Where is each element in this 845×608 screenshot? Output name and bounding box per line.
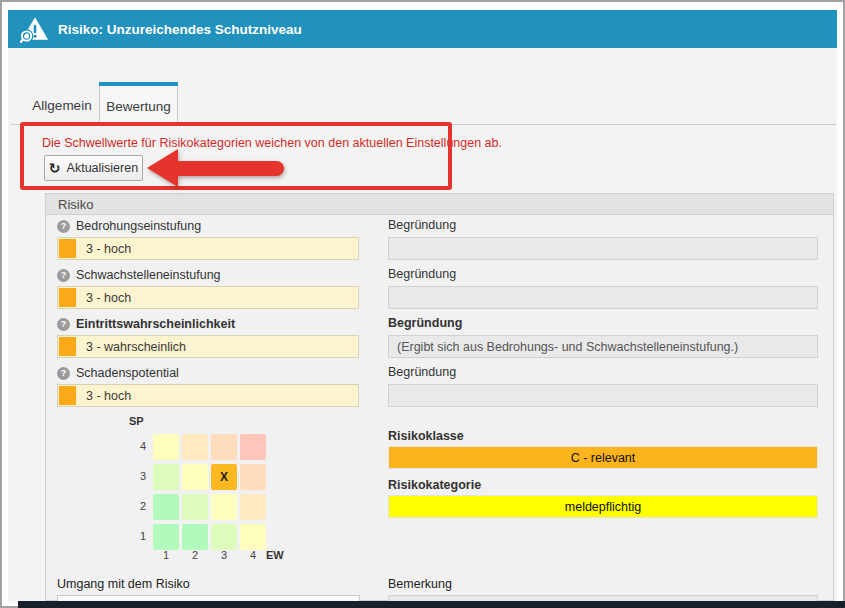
rating-value: 3 - hoch [86,291,131,305]
matrix-selected-marker: X [220,470,228,484]
reason-label: Begründung [388,316,462,332]
reason-value: (Ergibt sich aus Bedrohungs- und Schwach… [397,340,738,354]
rating-select[interactable]: 3 - hoch [57,286,359,309]
matrix-cell [240,494,266,520]
rating-value: 3 - wahrscheinlich [86,340,186,354]
matrix-row-label: 3 [132,470,146,482]
risk-class-bar: C - relevant [388,446,818,469]
matrix-y-axis-label: SP [129,415,144,427]
reason-label: Begründung [388,267,456,283]
field-label-row: ? Eintrittswahrscheinlichkeit [57,316,235,332]
risiko-group-header: Risiko [45,193,834,215]
matrix-col-label: 3 [211,549,237,561]
field-label-row: ? Schwachstelleneinstufung [57,267,221,283]
field-label-row: ? Bedrohungseinstufung [57,218,201,234]
matrix-cell [240,524,266,550]
reason-input[interactable] [388,237,818,260]
risk-class-label: Risikoklasse [388,429,464,443]
tab-allgemein-label: Allgemein [32,98,91,113]
matrix-cell [153,524,179,550]
page-title: Risiko: Unzureichendes Schutzniveau [58,22,302,37]
matrix-row-label: 2 [132,500,146,512]
reason-label: Begründung [388,218,456,234]
threshold-warning-text: Die Schwellwerte für Risikokategorien we… [42,136,502,150]
risk-category-label: Risikokategorie [388,478,481,492]
titlebar: Risiko: Unzureichendes Schutzniveau [8,10,837,48]
matrix-cell [153,464,179,490]
field-label: Eintrittswahrscheinlichkeit [76,317,235,331]
matrix-col-label: 2 [182,549,208,561]
reason-label: Begründung [388,365,456,381]
risk-category-bar: meldepflichtig [388,495,818,518]
matrix-cell [211,524,237,550]
rating-color-chip [59,386,76,405]
refresh-icon: ↻ [49,160,61,176]
rating-value: 3 - hoch [86,242,131,256]
matrix-cell [153,434,179,460]
rating-color-chip [59,288,76,307]
rating-select[interactable]: 3 - wahrscheinlich [57,335,359,358]
help-icon[interactable]: ? [57,220,70,233]
reason-input[interactable] [388,384,818,407]
tab-allgemein[interactable]: Allgemein [25,86,99,125]
reason-input[interactable] [388,286,818,309]
rating-select[interactable]: 3 - hoch [57,384,359,407]
help-icon[interactable]: ? [57,269,70,282]
risiko-group-title: Risiko [58,197,93,212]
matrix-row-label: 1 [132,530,146,542]
risk-warning-magnifier-icon [20,16,50,43]
matrix-col-label: 1 [153,549,179,561]
matrix-cell [182,464,208,490]
reason-input[interactable]: (Ergibt sich aus Bedrohungs- und Schwach… [388,335,818,358]
matrix-col-label: 4 [240,549,266,561]
remark-label: Bemerkung [388,577,452,591]
matrix-cell [182,494,208,520]
aktualisieren-button-label: Aktualisieren [67,161,139,175]
tab-bewertung-label: Bewertung [106,99,171,114]
matrix-cell [153,494,179,520]
field-label-row: ? Schadenspotential [57,365,179,381]
rating-select[interactable]: 3 - hoch [57,237,359,260]
treatment-label: Umgang mit dem Risiko [57,577,190,591]
matrix-cell [240,434,266,460]
matrix-cell [211,434,237,460]
matrix-cell [211,494,237,520]
help-icon[interactable]: ? [57,318,70,331]
matrix-cell [182,434,208,460]
field-label: Schadenspotential [76,366,179,380]
rating-color-chip [59,239,76,258]
matrix-cell [182,524,208,550]
rating-color-chip [59,337,76,356]
matrix-row-label: 4 [132,440,146,452]
matrix-selected-cell: X [211,464,237,490]
field-label: Bedrohungseinstufung [76,219,201,233]
matrix-x-axis-label: EW [266,549,284,561]
risk-class-value: C - relevant [571,451,636,465]
risk-category-value: meldepflichtig [565,500,641,514]
field-label: Schwachstelleneinstufung [76,268,221,282]
matrix-cell [240,464,266,490]
help-icon[interactable]: ? [57,367,70,380]
aktualisieren-button[interactable]: ↻ Aktualisieren [44,155,143,181]
rating-value: 3 - hoch [86,389,131,403]
tab-bewertung[interactable]: Bewertung [99,86,178,126]
window-bottom-edge [18,601,845,608]
